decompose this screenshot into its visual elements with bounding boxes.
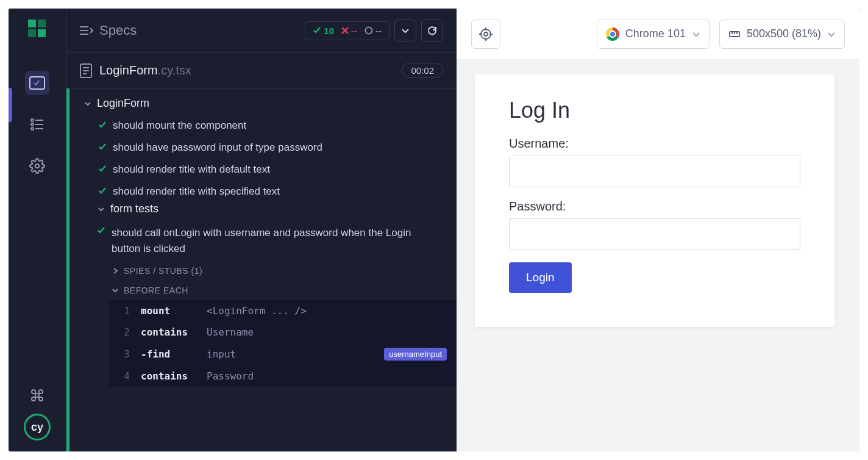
keyboard-shortcuts-icon[interactable] [25,383,49,408]
pass-indicator-bar [66,88,69,451]
login-button[interactable]: Login [509,262,572,293]
password-label: Password: [509,199,800,214]
command-number: 4 [119,370,130,382]
alias-tag: usernameInput [384,348,447,361]
preview-toolbar: Chrome 101 500x500 (81%) [457,9,859,60]
nav-rail: cy [9,9,66,451]
ruler-icon [728,28,741,40]
check-icon [97,226,105,235]
suite-toggle[interactable]: LoginForm [84,97,457,110]
test-item[interactable]: should have password input of type passw… [84,137,457,159]
chevron-down-icon [692,31,700,37]
test-item[interactable]: should render title with specified text [84,181,457,203]
command-arg: Username [207,326,254,338]
specs-panel: Specs 10 -- -- [66,9,457,451]
test-item[interactable]: should render title with default text [84,159,457,181]
suite-name: LoginForm [97,97,149,110]
nested-suite-name: form tests [110,203,158,215]
username-label: Username: [509,137,800,151]
file-name: LoginForm [99,63,158,77]
cypress-logo-text: cy [31,421,43,434]
spec-file-row[interactable]: LoginForm .cy.tsx 00:02 [66,53,457,88]
test-title: should render title with default text [113,164,270,176]
file-extension: .cy.tsx [158,63,191,77]
command-row[interactable]: 4 contains Password [109,365,457,387]
command-row[interactable]: 3 -find input usernameInput [109,343,457,365]
login-title: Log In [509,98,800,123]
login-form-preview: Log In Username: Password: Login [475,74,834,327]
command-name: contains [141,326,196,338]
command-number: 1 [119,305,130,317]
command-row[interactable]: 1 mount <LoginForm ... /> [109,300,457,322]
svg-point-5 [31,119,34,121]
command-log: 1 mount <LoginForm ... /> 2 contains Use… [109,300,457,387]
viewport-selector[interactable]: 500x500 (81%) [719,20,845,49]
svg-point-9 [31,128,34,130]
svg-rect-2 [28,29,36,37]
check-icon [98,143,107,151]
nav-settings-icon[interactable] [25,154,49,178]
svg-rect-3 [38,29,46,37]
test-title: should mount the component [113,120,246,132]
fail-count: -- [341,26,357,36]
command-row[interactable]: 2 contains Username [109,322,457,343]
options-dropdown-button[interactable] [394,20,416,41]
spies-section-toggle[interactable]: SPIES / STUBS (1) [84,261,457,281]
svg-rect-1 [38,20,46,27]
test-duration: 00:02 [402,63,443,78]
browser-selector[interactable]: Chrome 101 [597,20,710,49]
svg-point-21 [484,32,488,36]
username-input[interactable] [509,156,800,187]
before-each-label: BEFORE EACH [124,286,188,295]
selector-playground-button[interactable] [471,20,500,49]
svg-point-15 [366,27,372,34]
rerun-button[interactable] [421,20,443,41]
svg-rect-0 [28,20,36,27]
svg-point-11 [35,164,40,168]
app-logo-icon [28,20,46,38]
check-icon [98,165,107,173]
command-number: 2 [119,326,130,338]
check-icon [98,187,107,195]
preview-panel: Chrome 101 500x500 (81%) Log In Username… [457,9,859,451]
chevron-down-icon [827,31,836,37]
command-name: contains [141,370,196,382]
specs-title: Specs [99,23,137,38]
spies-label: SPIES / STUBS (1) [124,266,202,276]
test-stats: 10 -- -- [305,21,390,40]
active-indicator [9,88,12,122]
preview-stage: Log In Username: Password: Login [457,60,859,451]
cypress-logo-icon[interactable]: cy [24,414,51,440]
specs-header: Specs 10 -- -- [66,9,457,53]
nav-runs-icon[interactable] [25,112,49,137]
test-title: should have password input of type passw… [113,142,322,154]
command-number: 3 [119,348,130,360]
command-name: -find [141,348,196,360]
command-arg: Password [207,370,254,382]
file-icon [80,63,92,78]
before-each-toggle[interactable]: BEFORE EACH [84,281,457,300]
browser-label: Chrome 101 [625,27,686,40]
command-arg: <LoginForm ... /> [207,305,307,317]
test-title: should render title with specified text [113,185,280,198]
test-item[interactable]: should mount the component [84,115,457,137]
pending-count: -- [365,26,382,36]
test-item[interactable]: should call onLogin with username and pa… [84,220,457,261]
collapse-icon[interactable] [80,24,93,37]
nested-suite-toggle[interactable]: form tests [84,203,457,215]
pass-count: 10 [313,26,334,36]
viewport-label: 500x500 (81%) [747,27,821,40]
command-arg: input [207,348,236,360]
chrome-icon [606,27,619,41]
command-name: mount [141,305,196,317]
svg-point-20 [481,29,491,39]
svg-point-7 [31,123,34,126]
test-list: LoginForm should mount the component sho… [66,88,457,451]
password-input[interactable] [509,218,800,250]
nav-specs-icon[interactable] [25,71,49,95]
test-title: should call onLogin with username and pa… [112,225,432,256]
check-icon [98,121,107,129]
